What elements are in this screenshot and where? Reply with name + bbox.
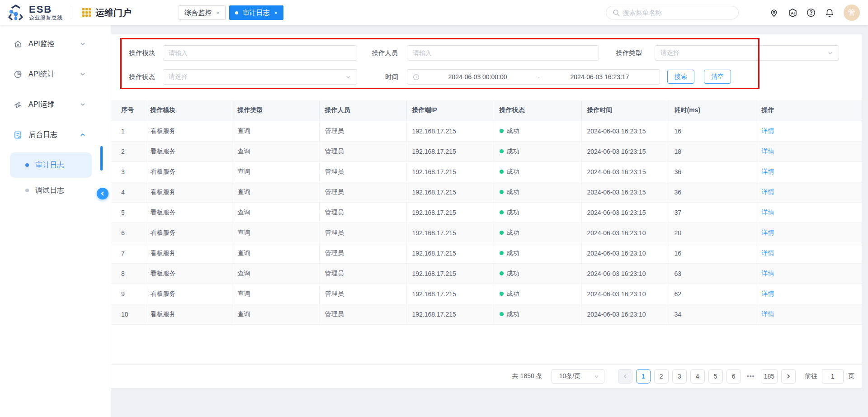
status-text: 成功 (507, 208, 519, 217)
success-dot-icon (500, 231, 504, 235)
sidebar-item-api-monitor[interactable]: API监控 (0, 31, 111, 57)
page-size-select[interactable]: 10条/页 (552, 369, 604, 384)
tab-monitor-label: 综合监控 (184, 9, 212, 17)
pagination-bar: 共 1850 条 10条/页 1 2 3 4 5 6 ••• 185 前往 (111, 364, 862, 388)
table-row: 8 看板服务 查询 管理员 192.168.17.215 成功 2024-06-… (111, 263, 862, 284)
chevron-left-icon (623, 374, 628, 379)
status-text: 成功 (507, 188, 519, 196)
col-ip: 操作端IP (406, 100, 494, 121)
time-range-picker[interactable]: 2024-06-03 00:00:00 - 2024-06-03 16:23:1… (407, 69, 660, 85)
sidebar: API监控 API统计 API运维 (0, 25, 111, 417)
cell-module: 看板服务 (145, 161, 232, 182)
page-button-1[interactable]: 1 (636, 369, 651, 384)
cell-type: 查询 (232, 121, 319, 141)
cell-seq: 6 (111, 223, 145, 243)
time-end-value[interactable]: 2024-06-03 16:23:17 (545, 73, 654, 81)
cell-person: 管理员 (319, 121, 406, 141)
person-input[interactable] (407, 46, 599, 60)
cell-type: 查询 (232, 141, 319, 161)
detail-link[interactable]: 详情 (762, 147, 774, 155)
col-duration: 耗时(ms) (669, 100, 756, 121)
question-icon[interactable] (806, 7, 816, 18)
sidebar-subitem-label: 审计日志 (35, 161, 64, 170)
detail-link[interactable]: 详情 (762, 310, 774, 317)
success-dot-icon (500, 190, 504, 194)
more-pages-icon[interactable]: ••• (745, 373, 757, 380)
cell-action: 详情 (756, 223, 862, 243)
module-input[interactable] (163, 46, 357, 60)
detail-link[interactable]: 详情 (762, 270, 774, 277)
cell-status: 成功 (494, 304, 581, 324)
sidebar-subitem-audit-log[interactable]: 审计日志 (10, 152, 92, 178)
filter-module-input-wrap (163, 45, 357, 61)
cell-ip: 192.168.17.215 (406, 161, 494, 182)
col-time: 操作时间 (581, 100, 669, 121)
brand-logo: ESB 企业服务总线 (0, 3, 63, 22)
col-person: 操作人员 (319, 100, 406, 121)
search-input[interactable] (623, 9, 732, 16)
sidebar-item-label: API统计 (28, 70, 55, 79)
cell-ip: 192.168.17.215 (406, 223, 494, 243)
cell-action: 详情 (756, 121, 862, 141)
detail-link[interactable]: 详情 (762, 168, 774, 175)
sidebar-item-api-stats[interactable]: API统计 (0, 62, 111, 87)
goto-page-input[interactable] (822, 369, 844, 384)
time-start-value[interactable]: 2024-06-03 00:00:00 (423, 73, 532, 81)
cell-status: 成功 (494, 141, 581, 161)
type-select[interactable]: 请选择 (655, 45, 839, 61)
next-page-button[interactable] (781, 369, 796, 384)
bell-icon[interactable] (824, 7, 835, 18)
detail-link[interactable]: 详情 (762, 188, 774, 195)
cell-person: 管理员 (319, 223, 406, 243)
cell-time: 2024-06-03 16:23:15 (581, 121, 669, 141)
detail-link[interactable]: 详情 (762, 290, 774, 297)
cell-action: 详情 (756, 141, 862, 161)
cell-type: 查询 (232, 304, 319, 324)
col-status: 操作状态 (494, 100, 581, 121)
tab-audit-log[interactable]: 审计日志 × (229, 5, 284, 20)
cell-status: 成功 (494, 202, 581, 223)
page-size-value: 10条/页 (559, 372, 580, 380)
clear-button[interactable]: 清空 (704, 70, 731, 84)
status-text: 成功 (507, 168, 519, 176)
cell-time: 2024-06-03 16:23:15 (581, 161, 669, 182)
page-button-2[interactable]: 2 (654, 369, 669, 384)
location-pin-icon[interactable] (769, 7, 779, 18)
detail-link[interactable]: 详情 (762, 229, 774, 236)
detail-link[interactable]: 详情 (762, 127, 774, 134)
status-select[interactable]: 请选择 (163, 69, 357, 85)
detail-link[interactable]: 详情 (762, 208, 774, 216)
cell-status: 成功 (494, 223, 581, 243)
tab-monitor[interactable]: 综合监控 × (179, 5, 226, 20)
sidebar-subitem-debug-log[interactable]: 调试日志 (0, 178, 111, 203)
page-button-5[interactable]: 5 (708, 369, 723, 384)
sidebar-item-backend-logs[interactable]: 后台日志 (0, 122, 111, 147)
ai-icon[interactable]: AI (787, 7, 798, 18)
sidebar-item-api-ops[interactable]: API运维 (0, 92, 111, 117)
cell-status: 成功 (494, 182, 581, 202)
cell-person: 管理员 (319, 141, 406, 161)
user-avatar[interactable]: 管 (844, 5, 860, 21)
success-dot-icon (500, 149, 504, 153)
status-text: 成功 (507, 310, 519, 318)
tab-close-icon[interactable]: × (216, 9, 220, 16)
page-button-6[interactable]: 6 (726, 369, 741, 384)
tab-close-icon[interactable]: × (274, 9, 278, 16)
search-button[interactable]: 搜索 (667, 70, 694, 84)
prev-page-button[interactable] (618, 369, 632, 384)
chevron-down-icon (80, 101, 86, 108)
cell-duration: 62 (669, 284, 756, 304)
menu-search[interactable] (606, 6, 739, 19)
page-button-4[interactable]: 4 (690, 369, 705, 384)
cell-status: 成功 (494, 263, 581, 284)
clock-icon (413, 74, 420, 81)
cell-status: 成功 (494, 161, 581, 182)
page-button-3[interactable]: 3 (672, 369, 687, 384)
cell-status: 成功 (494, 121, 581, 141)
filter-module-label: 操作模块 (129, 45, 155, 61)
success-dot-icon (500, 210, 504, 214)
sidebar-collapse-button[interactable] (97, 188, 108, 199)
detail-link[interactable]: 详情 (762, 249, 774, 256)
page-button-last[interactable]: 185 (761, 369, 778, 384)
cell-time: 2024-06-03 16:23:10 (581, 223, 669, 243)
